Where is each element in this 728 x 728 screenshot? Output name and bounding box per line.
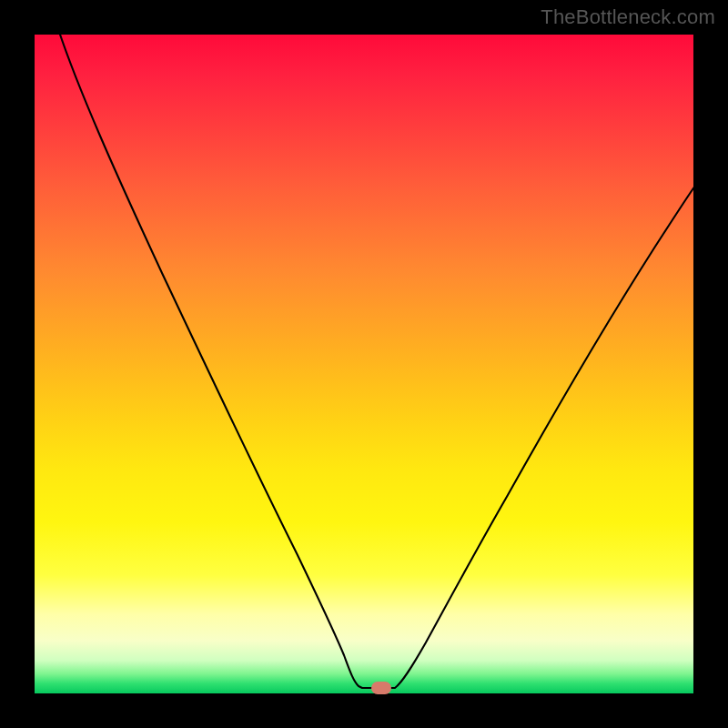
- watermark-text: TheBottleneck.com: [541, 5, 715, 29]
- curve-path: [58, 29, 695, 688]
- plot-area: [35, 35, 693, 693]
- optimal-marker: [371, 682, 391, 694]
- chart-frame: TheBottleneck.com: [0, 0, 728, 728]
- bottleneck-curve: [35, 35, 693, 693]
